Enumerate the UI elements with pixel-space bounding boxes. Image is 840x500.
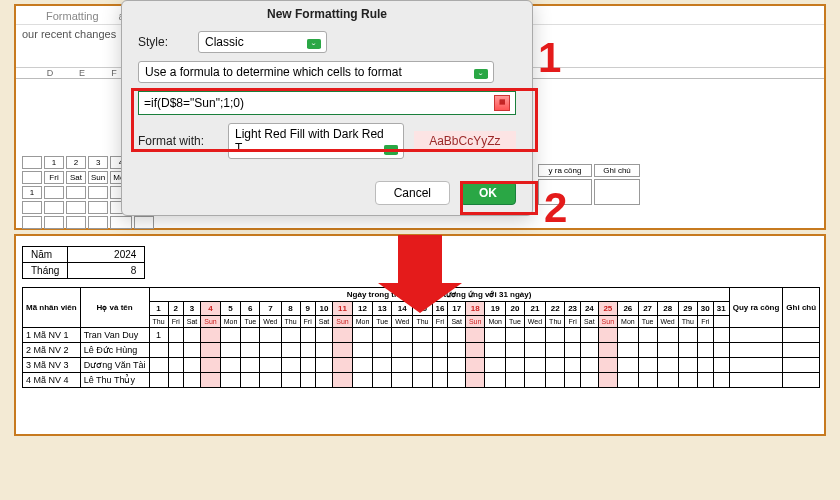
format-preview: AaBbCcYyZz [414,131,516,151]
arrow-icon [398,235,462,313]
new-formatting-rule-dialog: New Formatting Rule Style: Classic Use a… [121,0,533,216]
dialog-title: New Formatting Rule [122,1,532,27]
annotation-number-2: 2 [544,184,567,232]
ok-button[interactable]: OK [460,181,516,205]
style-select[interactable]: Classic [198,31,327,53]
cancel-button[interactable]: Cancel [375,181,450,205]
formula-input[interactable]: =if(D$8="Sun";1;0)▦ [138,91,516,115]
ribbon-item[interactable]: Formatting [46,10,99,22]
rule-type-select[interactable]: Use a formula to determine which cells t… [138,61,494,83]
top-panel: Formatting as Table Styles | Format | Fi… [14,4,826,230]
year-month-table: Năm2024 Tháng8 [22,246,145,279]
annotation-number-1: 1 [538,34,561,82]
range-picker-icon[interactable]: ▦ [494,95,510,111]
style-label: Style: [138,35,188,49]
format-with-label: Format with: [138,134,218,148]
format-with-select[interactable]: Light Red Fill with Dark Red T... [228,123,404,159]
